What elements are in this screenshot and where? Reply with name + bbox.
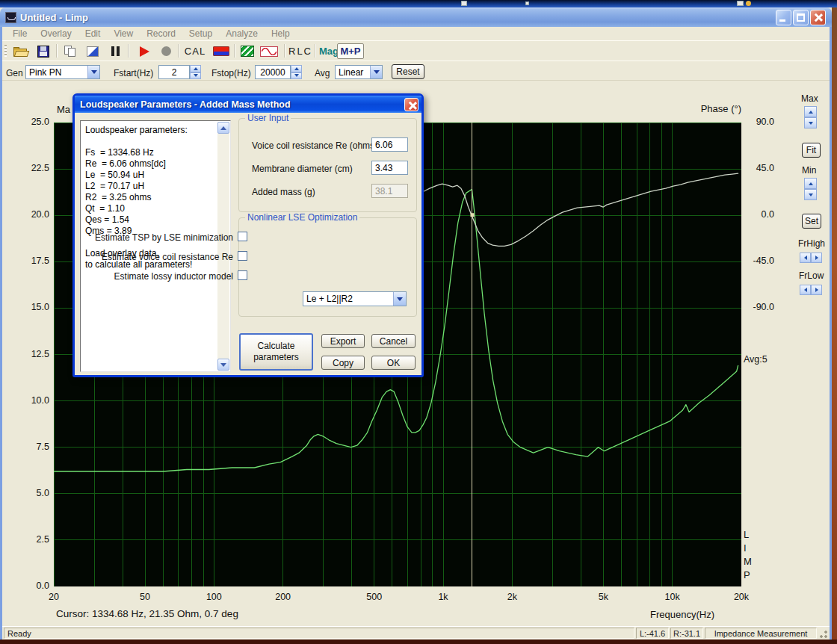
spin-down-icon[interactable] — [804, 117, 817, 129]
reset-button[interactable]: Reset — [392, 64, 424, 79]
y-left-tick-label: 22.5 — [19, 163, 49, 173]
menu-help[interactable]: Help — [265, 28, 297, 40]
background-window-icon — [461, 1, 467, 6]
mag-phase-view-button[interactable]: M+P — [337, 43, 364, 59]
y-left-tick-label: 15.0 — [19, 302, 49, 312]
calculate-parameters-button[interactable]: Calculate parameters — [239, 333, 313, 371]
spectrum-button[interactable] — [211, 43, 231, 59]
fstop-spinbox[interactable]: 20000 — [255, 65, 302, 79]
magnitude-view-button[interactable]: Mag — [318, 43, 339, 59]
toolbar-separator — [315, 44, 316, 58]
max-spinner[interactable] — [804, 106, 817, 129]
spin-up-icon[interactable] — [804, 106, 817, 117]
open-file-button[interactable] — [12, 43, 30, 59]
save-floppy-icon — [37, 46, 49, 58]
menu-file[interactable]: File — [6, 28, 34, 40]
dialog-titlebar[interactable]: Loudspeaker Parameters - Added Mass Meth… — [75, 96, 421, 113]
chevron-down-icon[interactable] — [87, 66, 99, 78]
rlc-button[interactable]: RLC — [288, 43, 312, 59]
frlow-label: FrLow — [799, 270, 824, 281]
menu-setup[interactable]: Setup — [182, 28, 219, 40]
x-tick-label: 200 — [268, 592, 298, 602]
averaging-combo[interactable]: Linear — [335, 65, 383, 79]
inductor-model-combo[interactable]: Le + L2||R2 — [303, 291, 407, 306]
estimate-inductor-checkbox[interactable] — [238, 270, 247, 280]
spin-left-icon[interactable] — [800, 285, 811, 295]
ok-button[interactable]: OK — [371, 356, 416, 370]
desktop-wallpaper-edge — [832, 7, 837, 640]
scroll-down-icon[interactable] — [217, 359, 229, 371]
spin-down-icon[interactable] — [190, 72, 201, 80]
y-left-tick-label: 20.0 — [19, 209, 49, 220]
maximize-button[interactable] — [793, 10, 809, 25]
spin-left-icon[interactable] — [800, 253, 811, 263]
estimate-tsp-label: Estimate TSP by LSE minimization — [80, 232, 233, 243]
parameters-list-panel[interactable]: Loudspeaker parameters: Fs = 1334.68 Hz … — [80, 120, 231, 372]
resize-grip[interactable] — [818, 628, 828, 639]
calibrate-button[interactable]: CAL — [183, 43, 207, 59]
menu-edit[interactable]: Edit — [78, 28, 108, 40]
spin-right-icon[interactable] — [811, 253, 822, 263]
menu-view[interactable]: View — [107, 28, 140, 40]
limp-branding-letter: I — [744, 542, 747, 554]
export-button[interactable]: Export — [321, 334, 365, 348]
pause-button[interactable] — [108, 43, 123, 59]
fstart-value[interactable]: 2 — [158, 65, 190, 79]
re-field[interactable]: 6.06 — [371, 137, 408, 152]
oscilloscope-button[interactable] — [259, 43, 279, 59]
spin-up-icon[interactable] — [291, 65, 302, 72]
frhigh-label: FrHigh — [798, 238, 825, 249]
chevron-down-icon[interactable] — [393, 292, 406, 306]
diameter-field[interactable]: 3.43 — [371, 161, 408, 175]
status-bar: Ready L:-41.6 R:-31.1 Impedance Measurem… — [2, 626, 830, 640]
start-button[interactable] — [137, 43, 152, 59]
frlow-spinner[interactable] — [800, 285, 822, 295]
fit-button[interactable]: Fit — [802, 143, 821, 158]
background-window-titlebar — [0, 0, 837, 7]
estimate-re-checkbox[interactable] — [238, 251, 247, 261]
record-button[interactable] — [158, 43, 173, 59]
spin-down-icon[interactable] — [804, 189, 817, 200]
fstart-spinbox[interactable]: 2 — [158, 65, 201, 79]
toolbar-separator — [128, 44, 129, 58]
scrollbar[interactable] — [217, 122, 229, 371]
x-tick-label: 500 — [359, 592, 389, 602]
spin-up-icon[interactable] — [190, 65, 201, 72]
spin-up-icon[interactable] — [804, 178, 817, 189]
close-button[interactable] — [810, 10, 826, 25]
cancel-button[interactable]: Cancel — [371, 334, 416, 348]
save-button[interactable] — [35, 43, 52, 59]
toolbar-grip[interactable] — [4, 45, 7, 57]
color-mode-button[interactable] — [84, 43, 101, 59]
play-icon — [140, 46, 149, 57]
dialog-close-button[interactable] — [404, 98, 418, 111]
menu-analyze[interactable]: Analyze — [219, 28, 265, 40]
avg-label: Avg — [315, 68, 330, 78]
copy-button-dialog[interactable]: Copy — [321, 356, 365, 370]
signal-generator-button[interactable] — [238, 43, 256, 59]
scroll-up-icon[interactable] — [217, 122, 229, 134]
set-button[interactable]: Set — [802, 214, 821, 229]
minimize-button[interactable] — [776, 10, 791, 25]
fstart-label: Fstart(Hz) — [114, 68, 153, 78]
frhigh-spinner[interactable] — [800, 253, 822, 263]
window-border — [830, 27, 832, 640]
chevron-down-icon[interactable] — [370, 66, 382, 78]
y-left-tick-label: 0.0 — [19, 580, 49, 591]
generator-type-combo[interactable]: Pink PN — [25, 65, 100, 79]
menu-record[interactable]: Record — [140, 28, 182, 40]
left-level-indicator: L:-41.6 — [636, 628, 669, 639]
y-left-tick-label: 5.0 — [19, 488, 49, 498]
gen-label: Gen — [6, 68, 23, 78]
spin-right-icon[interactable] — [811, 285, 822, 295]
menu-overlay[interactable]: Overlay — [34, 28, 78, 40]
background-window-icon — [525, 1, 529, 5]
spin-down-icon[interactable] — [291, 72, 302, 80]
titlebar[interactable]: Untitled - Limp — [0, 7, 832, 27]
x-tick-label: 20k — [726, 592, 756, 602]
estimate-tsp-checkbox[interactable] — [238, 232, 247, 241]
fstop-value[interactable]: 20000 — [255, 65, 291, 79]
record-circle-icon — [161, 46, 171, 56]
copy-button[interactable] — [62, 43, 78, 59]
min-spinner[interactable] — [804, 178, 817, 200]
